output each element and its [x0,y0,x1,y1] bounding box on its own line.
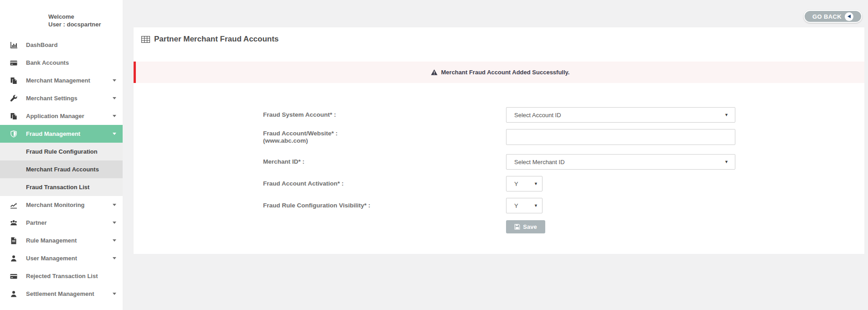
sidebar-item-merchant-settings[interactable]: Merchant Settings [0,89,123,107]
select-value: Y [514,202,518,209]
sidebar-item-rejected-transaction-list[interactable]: Rejected Transaction List [0,267,123,285]
sidebar-item-fraud-transaction-list[interactable]: Fraud Transaction List [0,178,123,196]
welcome-user: User : docspartner [48,21,123,28]
select-value: Select Merchant ID [514,159,565,165]
fraud-system-account-select[interactable]: Select Account ID ▼ [506,107,735,123]
sidebar-nav: DashBoard Bank Accounts Merchant Managem… [0,36,123,303]
field-row-fraud-account-website: Fraud Account/Website* : (www.abc.com) [263,129,864,145]
chevron-down-icon [113,115,116,117]
go-back-button[interactable]: GO BACK [804,10,862,23]
bar-chart-icon [9,41,18,49]
sidebar-item-label: Fraud Management [26,130,80,137]
sidebar-item-label: Partner [26,219,47,226]
sidebar-item-label: Rejected Transaction List [26,273,98,279]
select-value: Y [514,181,518,187]
field-row-fraud-system-account: Fraud System Account* : Select Account I… [263,107,864,123]
chevron-down-icon [113,204,116,206]
sidebar: Welcome User : docspartner DashBoard Ban… [0,0,123,310]
chevron-down-icon [113,97,116,99]
sidebar-item-label: Merchant Monitoring [26,202,85,208]
chevron-down-icon [113,257,116,259]
sidebar-item-application-manager[interactable]: Application Manager [0,107,123,125]
welcome-text: Welcome [48,13,123,21]
content-panel: Partner Merchant Fraud Accounts Merchant… [134,27,864,254]
sidebar-item-merchant-monitoring[interactable]: Merchant Monitoring [0,196,123,214]
warning-icon [431,69,438,75]
fraud-system-account-label: Fraud System Account* : [263,111,506,119]
merchant-id-label: Merchant ID* : [263,158,506,165]
sidebar-item-bank-accounts[interactable]: Bank Accounts [0,54,123,72]
page-title: Partner Merchant Fraud Accounts [141,35,279,44]
sidebar-item-merchant-management[interactable]: Merchant Management [0,72,123,89]
chevron-down-icon: ▼ [534,181,538,186]
shield-icon [9,130,18,138]
sidebar-item-label: Settlement Management [26,290,94,297]
save-button[interactable]: Save [506,220,545,233]
wrench-icon [9,95,18,102]
sidebar-item-merchant-fraud-accounts[interactable]: Merchant Fraud Accounts [0,160,123,178]
sidebar-item-label: Merchant Settings [26,95,78,102]
fraud-account-website-hint: (www.abc.com) [263,137,506,145]
sidebar-item-label: Application Manager [26,113,84,119]
sidebar-item-label: Bank Accounts [26,59,69,66]
chevron-down-icon [113,133,116,135]
sidebar-item-fraud-rule-configuration[interactable]: Fraud Rule Configuration [0,143,123,160]
fraud-account-website-input[interactable] [506,129,735,145]
sidebar-item-partner[interactable]: Partner [0,214,123,232]
fraud-account-activation-select[interactable]: Y ▼ [506,176,542,191]
sidebar-item-settlement-management[interactable]: Settlement Management [0,285,123,303]
sidebar-item-user-management[interactable]: User Management [0,249,123,267]
chevron-down-icon: ▼ [724,113,728,117]
chevron-down-icon [113,222,116,224]
table-icon [141,36,150,43]
credit-card-icon [9,59,18,67]
sidebar-item-label: Fraud Rule Configuration [26,148,98,155]
field-row-merchant-id: Merchant ID* : Select Merchant ID ▼ [263,154,864,170]
welcome-block: Welcome User : docspartner [0,0,123,28]
success-alert: Merchant Fraud Account Added Successfull… [134,62,864,83]
page-title-text: Partner Merchant Fraud Accounts [154,35,279,44]
file-text-icon [9,237,18,244]
users-icon [9,219,18,227]
field-row-save: Save [263,220,864,233]
floppy-icon [514,224,520,230]
field-row-fraud-account-activation: Fraud Account Activation* : Y ▼ [263,176,864,191]
sidebar-item-label: Merchant Management [26,77,90,84]
select-value: Select Account ID [514,112,561,119]
alert-message: Merchant Fraud Account Added Successfull… [441,69,570,76]
chevron-down-icon [113,293,116,295]
chevron-down-icon [113,79,116,82]
line-chart-icon [9,202,18,209]
chevron-down-icon [113,239,116,242]
sidebar-item-label: Rule Management [26,237,77,244]
user-icon [9,255,18,262]
field-row-fraud-rule-visibility: Fraud Rule Configuration Visibility* : Y… [263,198,864,213]
fraud-rule-visibility-label: Fraud Rule Configuration Visibility* : [263,202,506,209]
save-button-label: Save [523,223,537,230]
sidebar-item-label: Merchant Fraud Accounts [26,166,99,173]
sidebar-item-label: Fraud Transaction List [26,184,89,191]
sidebar-item-fraud-management[interactable]: Fraud Management [0,125,123,143]
chevron-down-icon: ▼ [724,160,728,164]
sidebar-item-label: User Management [26,255,77,262]
user-icon [9,290,18,298]
merchant-id-select[interactable]: Select Merchant ID ▼ [506,154,735,170]
chevron-down-icon: ▼ [534,203,538,208]
go-back-label: GO BACK [812,13,842,20]
sidebar-item-dashboard[interactable]: DashBoard [0,36,123,54]
fraud-account-website-label: Fraud Account/Website* : (www.abc.com) [263,130,506,145]
sidebar-item-rule-management[interactable]: Rule Management [0,232,123,249]
copy-icon [9,77,18,84]
credit-card-icon [9,273,18,280]
copy-icon [9,113,18,120]
fraud-account-activation-label: Fraud Account Activation* : [263,180,506,187]
fraud-rule-visibility-select[interactable]: Y ▼ [506,198,542,213]
back-arrow-icon [845,12,853,21]
sidebar-item-label: DashBoard [26,41,57,48]
